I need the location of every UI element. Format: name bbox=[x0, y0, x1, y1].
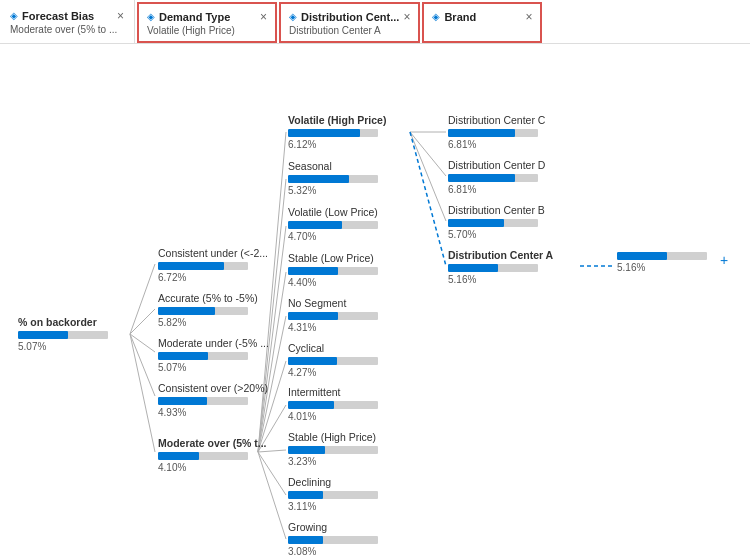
level2-label-8: Declining bbox=[288, 476, 378, 488]
level3-node-3[interactable]: Distribution Center A 5.16% bbox=[448, 249, 553, 285]
level3-label-3: Distribution Center A bbox=[448, 249, 553, 261]
tab-demand-type[interactable]: ◈ Demand Type × Volatile (High Price) bbox=[137, 2, 277, 43]
header-tabs: ◈ Forecast Bias × Moderate over (5% to .… bbox=[0, 0, 750, 44]
level2-value-9: 3.08% bbox=[288, 546, 378, 557]
level1-value-1: 5.82% bbox=[158, 317, 258, 328]
tab-distribution-center-close[interactable]: × bbox=[403, 10, 410, 24]
level1-value-0: 6.72% bbox=[158, 272, 268, 283]
svg-line-3 bbox=[130, 334, 155, 396]
level1-label-4: Moderate over (5% t... bbox=[158, 437, 267, 449]
level2-value-6: 4.01% bbox=[288, 411, 378, 422]
level1-node-1[interactable]: Accurate (5% to -5%) 5.82% bbox=[158, 292, 258, 328]
tab-forecast-bias-close[interactable]: × bbox=[117, 9, 124, 23]
level3-label-0: Distribution Center C bbox=[448, 114, 545, 126]
tab-distribution-center-title: Distribution Cent... bbox=[301, 11, 399, 23]
level2-label-5: Cyclical bbox=[288, 342, 378, 354]
level4-node-0[interactable]: 5.16% bbox=[617, 249, 707, 273]
level2-label-4: No Segment bbox=[288, 297, 378, 309]
level3-value-3: 5.16% bbox=[448, 274, 553, 285]
level2-label-1: Seasonal bbox=[288, 160, 378, 172]
tab-forecast-bias-subtitle: Moderate over (5% to ... bbox=[10, 24, 124, 35]
level2-node-0[interactable]: Volatile (High Price) 6.12% bbox=[288, 114, 386, 150]
level1-node-4[interactable]: Moderate over (5% t... 4.10% bbox=[158, 437, 267, 473]
level3-value-0: 6.81% bbox=[448, 139, 545, 150]
distribution-center-icon: ◈ bbox=[289, 11, 297, 22]
level2-label-6: Intermittent bbox=[288, 386, 378, 398]
demand-type-icon: ◈ bbox=[147, 11, 155, 22]
brand-icon: ◈ bbox=[432, 11, 440, 22]
level3-node-1[interactable]: Distribution Center D 6.81% bbox=[448, 159, 545, 195]
level2-node-7[interactable]: Stable (High Price) 3.23% bbox=[288, 431, 378, 467]
tab-forecast-bias-title: Forecast Bias bbox=[22, 10, 113, 22]
level2-value-8: 3.11% bbox=[288, 501, 378, 512]
svg-line-18 bbox=[410, 132, 446, 266]
tab-brand-close[interactable]: × bbox=[525, 10, 532, 24]
tab-brand[interactable]: ◈ Brand × bbox=[422, 2, 542, 43]
tab-demand-type-subtitle: Volatile (High Price) bbox=[147, 25, 267, 36]
tab-demand-type-close[interactable]: × bbox=[260, 10, 267, 24]
level2-node-8[interactable]: Declining 3.11% bbox=[288, 476, 378, 512]
level2-node-2[interactable]: Volatile (Low Price) 4.70% bbox=[288, 206, 378, 242]
level1-label-2: Moderate under (-5% ... bbox=[158, 337, 269, 349]
tab-forecast-bias[interactable]: ◈ Forecast Bias × Moderate over (5% to .… bbox=[0, 0, 135, 43]
level2-node-5[interactable]: Cyclical 4.27% bbox=[288, 342, 378, 378]
svg-line-0 bbox=[130, 264, 155, 334]
level3-node-2[interactable]: Distribution Center B 5.70% bbox=[448, 204, 545, 240]
level2-value-3: 4.40% bbox=[288, 277, 378, 288]
tab-brand-subtitle bbox=[432, 25, 532, 36]
root-node-value: 5.07% bbox=[18, 341, 108, 352]
level3-node-0[interactable]: Distribution Center C 6.81% bbox=[448, 114, 545, 150]
forecast-bias-icon: ◈ bbox=[10, 10, 18, 21]
level4-value-0: 5.16% bbox=[617, 262, 707, 273]
level1-node-3[interactable]: Consistent over (>20%) 4.93% bbox=[158, 382, 268, 418]
svg-line-1 bbox=[130, 309, 155, 334]
level2-node-3[interactable]: Stable (Low Price) 4.40% bbox=[288, 252, 378, 288]
level2-node-6[interactable]: Intermittent 4.01% bbox=[288, 386, 378, 422]
svg-line-16 bbox=[410, 132, 446, 176]
main-container: ◈ Forecast Bias × Moderate over (5% to .… bbox=[0, 0, 750, 560]
decomposition-tree: % on backorder 5.07% Consistent under (<… bbox=[0, 44, 750, 560]
level1-value-4: 4.10% bbox=[158, 462, 267, 473]
level1-label-1: Accurate (5% to -5%) bbox=[158, 292, 258, 304]
svg-line-4 bbox=[130, 334, 155, 452]
level1-label-0: Consistent under (<-2... bbox=[158, 247, 268, 259]
level1-label-3: Consistent over (>20%) bbox=[158, 382, 268, 394]
level3-label-2: Distribution Center B bbox=[448, 204, 545, 216]
svg-line-17 bbox=[410, 132, 446, 221]
level2-label-9: Growing bbox=[288, 521, 378, 533]
root-node[interactable]: % on backorder 5.07% bbox=[18, 316, 108, 352]
level2-value-5: 4.27% bbox=[288, 367, 378, 378]
level2-node-4[interactable]: No Segment 4.31% bbox=[288, 297, 378, 333]
level1-node-2[interactable]: Moderate under (-5% ... 5.07% bbox=[158, 337, 269, 373]
level2-node-9[interactable]: Growing 3.08% bbox=[288, 521, 378, 557]
tab-distribution-center[interactable]: ◈ Distribution Cent... × Distribution Ce… bbox=[279, 2, 420, 43]
level3-value-2: 5.70% bbox=[448, 229, 545, 240]
level1-value-2: 5.07% bbox=[158, 362, 269, 373]
level2-label-3: Stable (Low Price) bbox=[288, 252, 378, 264]
level2-value-0: 6.12% bbox=[288, 139, 386, 150]
tab-brand-title: Brand bbox=[444, 11, 521, 23]
level2-value-1: 5.32% bbox=[288, 185, 378, 196]
level2-label-2: Volatile (Low Price) bbox=[288, 206, 378, 218]
level1-value-3: 4.93% bbox=[158, 407, 268, 418]
svg-line-2 bbox=[130, 334, 155, 352]
root-node-label: % on backorder bbox=[18, 316, 108, 328]
add-level-button[interactable]: + bbox=[720, 252, 728, 268]
level2-value-7: 3.23% bbox=[288, 456, 378, 467]
level2-label-7: Stable (High Price) bbox=[288, 431, 378, 443]
level1-node-0[interactable]: Consistent under (<-2... 6.72% bbox=[158, 247, 268, 283]
tab-demand-type-title: Demand Type bbox=[159, 11, 256, 23]
level2-value-4: 4.31% bbox=[288, 322, 378, 333]
level3-label-1: Distribution Center D bbox=[448, 159, 545, 171]
level2-value-2: 4.70% bbox=[288, 231, 378, 242]
level3-value-1: 6.81% bbox=[448, 184, 545, 195]
tab-distribution-center-subtitle: Distribution Center A bbox=[289, 25, 410, 36]
level2-node-1[interactable]: Seasonal 5.32% bbox=[288, 160, 378, 196]
level2-label-0: Volatile (High Price) bbox=[288, 114, 386, 126]
